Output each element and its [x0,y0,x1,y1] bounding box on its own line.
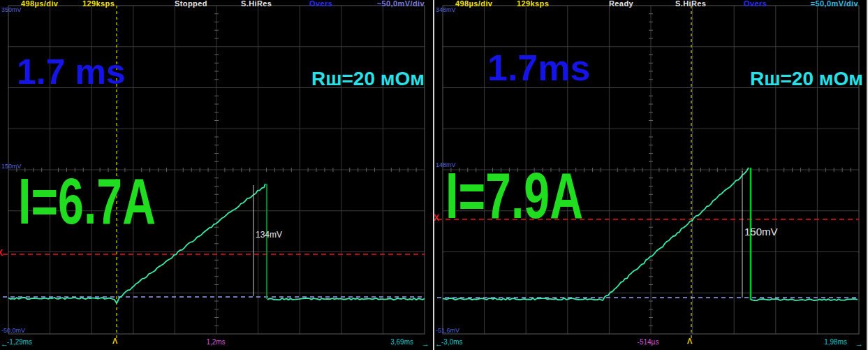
oversampling-indicator: Overs [744,0,767,7]
shunt-value-annotation: Rш=20 мОм [750,69,863,89]
time-label-left: -1,29ms [7,339,32,346]
acquisition-mode: S.HiRes [675,0,706,7]
acquisition-mode: S.HiRes [241,0,272,7]
peak-voltage-label: 134mV [256,231,282,239]
time-label-center: -514µs [638,339,659,346]
scale-label-bottom: -50,0mV [1,328,25,334]
dual-oscilloscope-capture: 498µs/div 129ksps Stopped S.HiRes Overs … [0,0,868,350]
scale-label-top: 348mV [436,7,456,13]
oversampling-indicator: Overs [309,0,332,7]
pan-right-arrow-icon[interactable]: → [422,340,429,347]
oscilloscope-panel-right: 498µs/div 129ksps Ready S.HiRes Overs =5… [434,0,867,350]
timebase-readout: 498µs/div [455,0,492,7]
time-label-right: 3,69ms [390,339,413,346]
samplerate-readout: 129ksps [82,0,115,7]
acquisition-status: Ready [609,0,633,7]
time-label-left: -3,0ms [441,339,463,346]
acquisition-status: Stopped [175,0,207,7]
pulse-width-annotation: 1.7ms [487,50,590,86]
current-annotation: I=6.7A [18,169,156,233]
shunt-value-annotation: Rш=20 мОм [311,69,425,89]
trigger-level-marker[interactable]: X [434,214,439,222]
samplerate-readout: 129ksps [517,0,549,7]
peak-voltage-label: 150mV [744,226,778,237]
trigger-position-marker[interactable]: Λ [112,337,117,345]
current-annotation: I=7.9A [446,163,583,228]
trigger-level-marker[interactable]: X [0,249,3,257]
volts-per-div-readout: ~50,0mV/div [377,0,425,7]
time-label-right: 1,98ms [824,339,847,346]
scale-label-top: 350mV [1,7,22,13]
timebase-readout: 498µs/div [21,0,58,7]
volts-per-div-readout: =50,0mV/div [811,0,858,7]
pulse-width-annotation: 1.7 ms [17,54,126,89]
scale-label-bottom: -51,6mV [436,328,459,334]
time-label-center: 1,2ms [206,339,225,346]
trigger-position-marker[interactable]: Λ [687,337,692,345]
oscilloscope-panel-left: 498µs/div 129ksps Stopped S.HiRes Overs … [0,0,433,350]
pan-right-arrow-icon[interactable]: → [855,340,863,347]
